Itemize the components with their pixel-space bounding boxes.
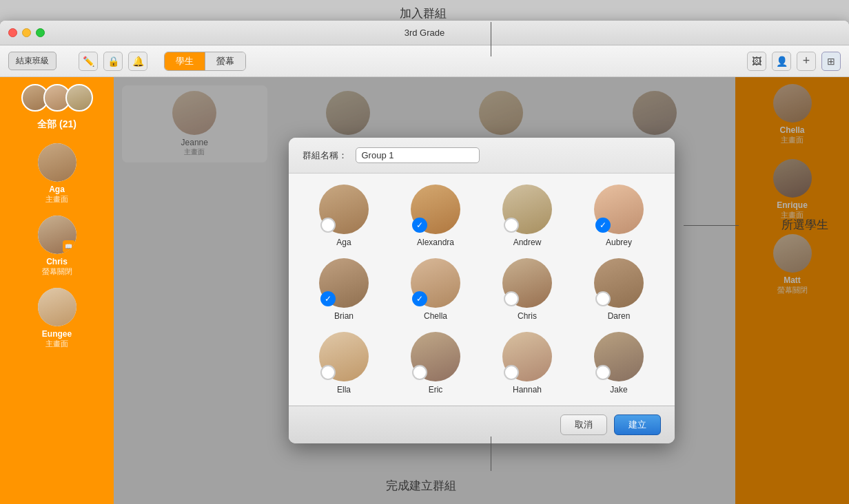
modal-body: Aga ✓ Alexandra And [289, 174, 675, 406]
modal-avatar-wrap-chella: ✓ [411, 258, 460, 308]
modal-avatar-wrap-andrew [502, 185, 552, 234]
toolbar: 結束班級 ✏️ 🔒 🔔 學生 螢幕 🖼 👤 + ⊞ [0, 45, 849, 77]
modal-avatar-wrap-jake [594, 332, 644, 381]
minimize-button[interactable] [22, 28, 31, 37]
modal-check-jake[interactable] [595, 365, 611, 380]
app-window: 3rd Grade 結束班級 ✏️ 🔒 🔔 學生 螢幕 🖼 👤 + ⊞ [0, 21, 849, 504]
modal-avatar-wrap-ella [319, 332, 369, 381]
modal-name-chris: Chris [518, 311, 537, 321]
modal-avatar-wrap-hannah [502, 332, 552, 381]
modal-check-alexandra[interactable]: ✓ [412, 218, 427, 233]
traffic-lights [8, 28, 45, 37]
add-icon-button[interactable]: + [797, 52, 816, 71]
modal-student-ella[interactable]: Ella [303, 332, 386, 395]
titlebar: 3rd Grade [0, 21, 849, 45]
modal-check-aubrey[interactable]: ✓ [595, 218, 611, 233]
sidebar-item-aga[interactable]: Aga 主畫面 [0, 138, 114, 210]
lock2-icon-button[interactable]: 🔔 [128, 52, 147, 71]
lock-icon-button[interactable]: 🔒 [103, 52, 123, 71]
modal-avatar-wrap-aubrey: ✓ [594, 185, 644, 234]
sidebar-name-chris: Chris [46, 257, 68, 266]
photo-icon-button[interactable]: 🖼 [747, 52, 766, 71]
modal-check-brian[interactable]: ✓ [320, 291, 336, 306]
modal-overlay: 群組名稱： Aga [114, 77, 849, 504]
modal-student-chris[interactable]: Chris [486, 258, 569, 321]
modal-avatar-wrap-daren [594, 258, 644, 308]
tab-students[interactable]: 學生 [165, 52, 205, 70]
sidebar-status-chris: 螢幕關閉 [42, 266, 72, 277]
person-icon-button[interactable]: 👤 [772, 52, 791, 71]
end-class-button[interactable]: 結束班級 [8, 52, 57, 70]
modal-name-alexandra: Alexandra [417, 238, 454, 247]
avatar-eungee [38, 288, 76, 326]
pencil-icon-button[interactable]: ✏️ [79, 52, 98, 71]
join-group-icon-button[interactable]: ⊞ [821, 52, 841, 71]
sidebar-name-eungee: Eungee [42, 329, 72, 339]
tab-screens[interactable]: 螢幕 [205, 52, 245, 70]
modal-check-chris[interactable] [504, 291, 519, 306]
modal-header: 群組名稱： [289, 138, 675, 174]
modal-student-daren[interactable]: Daren [577, 258, 661, 321]
modal-student-jake[interactable]: Jake [577, 332, 661, 395]
sidebar-item-chris[interactable]: 📖 Chris 螢幕關閉 [0, 210, 114, 282]
modal-name-brian: Brian [334, 311, 354, 321]
group-name-input[interactable] [356, 147, 480, 163]
modal-check-eric[interactable] [412, 365, 427, 380]
modal-check-aga[interactable] [320, 218, 336, 233]
sidebar-header: 全部 (21) [0, 77, 114, 138]
avatar-aga [38, 143, 76, 182]
group-name-label: 群組名稱： [303, 149, 347, 162]
modal-footer: 取消 建立 [289, 406, 675, 443]
group-modal: 群組名稱： Aga [289, 138, 675, 443]
modal-name-aga: Aga [336, 238, 351, 247]
modal-student-grid: Aga ✓ Alexandra And [303, 185, 661, 395]
modal-avatar-wrap-chris [502, 258, 552, 308]
close-button[interactable] [8, 28, 17, 37]
annotation-join-group: 加入群組 [400, 6, 447, 21]
modal-name-andrew: Andrew [513, 238, 542, 247]
modal-student-alexandra[interactable]: ✓ Alexandra [394, 185, 478, 247]
window-title: 3rd Grade [405, 28, 445, 38]
modal-student-andrew[interactable]: Andrew [486, 185, 569, 247]
badge-chris: 📖 [63, 240, 75, 253]
modal-avatar-wrap-brian: ✓ [319, 258, 369, 308]
avatar-chris: 📖 [38, 216, 76, 254]
cancel-button[interactable]: 取消 [560, 414, 607, 435]
sidebar-item-eungee[interactable]: Eungee 主畫面 [0, 282, 114, 355]
modal-student-aga[interactable]: Aga [303, 185, 386, 247]
modal-check-chella[interactable]: ✓ [412, 291, 427, 306]
maximize-button[interactable] [36, 28, 45, 37]
modal-avatar-wrap-eric [411, 332, 460, 381]
tab-group: 學生 螢幕 [164, 52, 246, 71]
modal-student-brian[interactable]: ✓ Brian [303, 258, 386, 321]
modal-name-chella: Chella [424, 311, 447, 321]
modal-student-eric[interactable]: Eric [394, 332, 478, 395]
modal-avatar-wrap-aga [319, 185, 369, 234]
sidebar-status-aga: 主畫面 [45, 194, 68, 204]
modal-avatar-wrap-alexandra: ✓ [411, 185, 460, 234]
sidebar-status-eungee: 主畫面 [45, 339, 68, 349]
modal-name-aubrey: Aubrey [606, 238, 632, 247]
modal-check-andrew[interactable] [504, 218, 519, 233]
sidebar-name-aga: Aga [49, 185, 65, 194]
modal-check-ella[interactable] [320, 365, 336, 380]
modal-name-hannah: Hannah [513, 385, 542, 395]
modal-student-aubrey[interactable]: ✓ Aubrey [577, 185, 661, 247]
sidebar: 全部 (21) Aga 主畫面 📖 Chris 螢幕關閉 [0, 77, 114, 504]
modal-student-hannah[interactable]: Hannah [486, 332, 569, 395]
modal-check-daren[interactable] [595, 291, 611, 306]
modal-name-daren: Daren [608, 311, 631, 321]
group-avatar-3 [65, 84, 93, 112]
modal-check-hannah[interactable] [504, 365, 519, 380]
all-count[interactable]: 全部 (21) [37, 118, 76, 131]
modal-name-ella: Ella [337, 385, 351, 395]
modal-student-chella[interactable]: ✓ Chella [394, 258, 478, 321]
create-button[interactable]: 建立 [614, 414, 661, 435]
toolbar-right: 🖼 👤 + ⊞ [747, 52, 841, 71]
modal-name-eric: Eric [429, 385, 443, 395]
avatar-stack [21, 84, 93, 112]
modal-name-jake: Jake [610, 385, 627, 395]
